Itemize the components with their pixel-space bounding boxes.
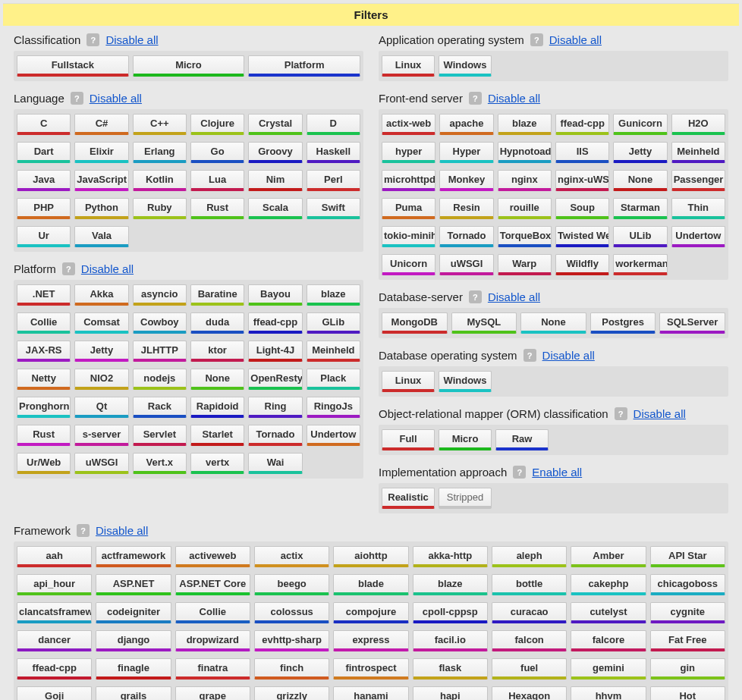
filter-tag[interactable]: chicagoboss [650,574,725,595]
filter-tag[interactable]: API Star [650,546,725,567]
filter-tag[interactable]: PHP [17,198,71,219]
filter-tag[interactable]: TorqueBox [498,226,552,247]
filter-tag[interactable]: Undertow [671,226,725,247]
filter-tag[interactable]: s-server [74,425,128,446]
filter-tag[interactable]: Ur [17,226,71,247]
filter-tag[interactable]: tokio-minihttp [382,226,435,247]
filter-tag[interactable]: Hexagon [492,686,567,700]
filter-tag[interactable]: api_hour [17,574,92,595]
filter-tag[interactable]: Hypnotoad [498,142,552,163]
filter-tag[interactable]: Gunicorn [613,114,667,135]
filter-tag[interactable]: duda [190,312,244,334]
filter-tag[interactable]: Comsat [74,312,128,334]
filter-tag[interactable]: hapi [413,686,488,700]
filter-tag[interactable]: Monkey [439,170,493,191]
filter-tag[interactable]: JavaScript [74,170,128,191]
filter-tag[interactable]: nginx-uWSGI [555,170,609,191]
filter-tag[interactable]: C# [74,114,128,135]
filter-tag[interactable]: Platform [248,55,360,77]
filter-tag[interactable]: ULib [613,226,667,247]
filter-tag[interactable]: ASP.NET [96,574,171,595]
filter-tag[interactable]: nginx [498,170,552,191]
filter-tag[interactable]: Linux [382,55,435,77]
help-icon[interactable]: ? [523,349,536,362]
filter-tag[interactable]: Baratine [190,284,244,306]
filter-tag[interactable]: None [190,369,244,390]
filter-tag[interactable]: IIS [555,142,609,163]
filter-tag[interactable]: compojure [333,602,408,623]
filter-tag[interactable]: Puma [382,198,435,219]
disable-all-link[interactable]: Disable all [542,349,595,362]
filter-tag[interactable]: falcon [492,630,567,651]
filter-tag[interactable]: Starlet [190,425,244,446]
filter-tag[interactable]: uWSGI [439,254,493,275]
filter-tag[interactable]: Tornado [439,226,493,247]
filter-tag[interactable]: blaze [413,574,488,595]
help-icon[interactable]: ? [469,92,482,105]
filter-tag[interactable]: JAX-RS [17,341,71,362]
filter-tag[interactable]: Java [17,170,71,191]
filter-tag[interactable]: Swift [307,198,360,219]
disable-all-link[interactable]: Disable all [96,524,148,537]
filter-tag[interactable]: Fat Free [650,630,725,651]
filter-tag[interactable]: grails [96,686,171,700]
filter-tag[interactable]: MySQL [451,312,517,334]
filter-tag[interactable]: MongoDB [382,312,448,334]
filter-tag[interactable]: Realistic [382,488,435,509]
filter-tag[interactable]: Twisted Web [555,226,609,247]
disable-all-link[interactable]: Disable all [549,33,602,46]
filter-tag[interactable]: finch [254,658,329,680]
filter-tag[interactable]: None [520,312,586,334]
filter-tag[interactable]: NIO2 [74,369,128,390]
filter-tag[interactable]: GLib [307,312,360,334]
filter-tag[interactable]: JLHTTP [133,341,187,362]
filter-tag[interactable]: dropwizard [175,630,250,651]
filter-tag[interactable]: fuel [492,658,567,680]
filter-tag[interactable]: hhvm [571,686,646,700]
filter-tag[interactable]: Ur/Web [17,453,71,474]
filter-tag[interactable]: Resin [439,198,493,219]
disable-all-link[interactable]: Disable all [105,33,158,46]
filter-tag[interactable]: fintrospect [333,658,408,680]
filter-tag[interactable]: Scala [248,198,302,219]
disable-all-link[interactable]: Disable all [81,262,134,275]
filter-tag[interactable]: Warp [498,254,552,275]
filter-tag[interactable]: Dart [17,142,71,163]
filter-tag[interactable]: asyncio [133,284,187,306]
filter-tag[interactable]: RingoJs [307,397,360,418]
filter-tag[interactable]: Bayou [248,284,302,306]
filter-tag[interactable]: blade [333,574,408,595]
filter-tag[interactable]: workerman [613,254,667,275]
filter-tag[interactable]: bottle [492,574,567,595]
filter-tag[interactable]: aleph [492,546,567,567]
filter-tag[interactable]: colossus [254,602,329,623]
filter-tag[interactable]: falcore [571,630,646,651]
filter-tag[interactable]: activeweb [175,546,250,567]
filter-tag[interactable]: Elixir [74,142,128,163]
filter-tag[interactable]: facil.io [413,630,488,651]
filter-tag[interactable]: ASP.NET Core [175,574,250,595]
filter-tag[interactable]: Rust [190,198,244,219]
filter-tag[interactable]: gemini [571,658,646,680]
filter-tag[interactable]: Amber [571,546,646,567]
filter-tag[interactable]: Micro [439,429,492,450]
filter-tag[interactable]: Qt [74,397,128,418]
filter-tag[interactable]: cpoll-cppsp [413,602,488,623]
filter-tag[interactable]: Plack [307,369,360,390]
filter-tag[interactable]: Starman [613,198,667,219]
filter-tag[interactable]: C++ [133,114,187,135]
filter-tag[interactable]: finagle [96,658,171,680]
filter-tag[interactable]: vertx [190,453,244,474]
filter-tag[interactable]: Collie [175,602,250,623]
filter-tag[interactable]: finatra [175,658,250,680]
help-icon[interactable]: ? [86,33,99,46]
filter-tag[interactable]: hyper [382,142,435,163]
filter-tag[interactable]: Erlang [133,142,187,163]
filter-tag[interactable]: Meinheld [307,341,360,362]
filter-tag[interactable]: nodejs [133,369,187,390]
filter-tag[interactable]: Lua [190,170,244,191]
filter-tag[interactable]: Ruby [133,198,187,219]
filter-tag[interactable]: Haskell [307,142,360,163]
filter-tag[interactable]: Rapidoid [190,397,244,418]
help-icon[interactable]: ? [615,407,627,420]
